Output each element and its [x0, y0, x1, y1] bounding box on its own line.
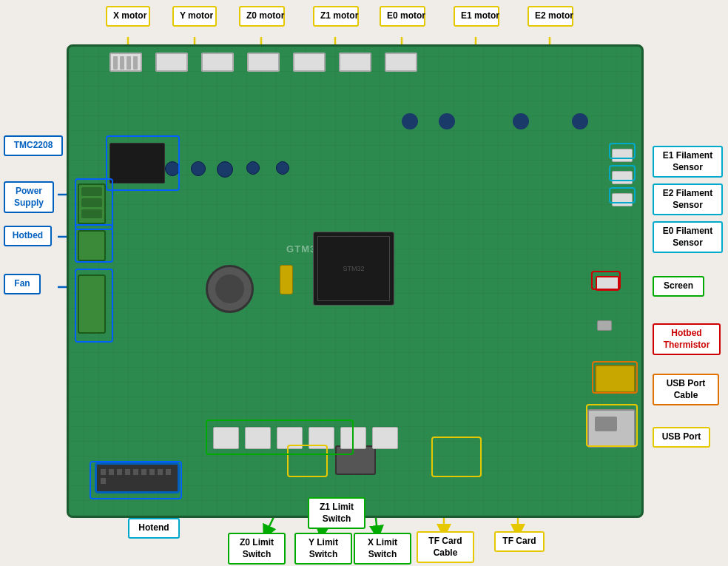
usb-port-cable-label: USB PortCable	[653, 374, 719, 405]
e2-motor-connector	[385, 53, 417, 72]
e2-filament-label: E2 FilamentSensor	[653, 183, 723, 215]
e0-motor-label: E0 motor	[380, 6, 425, 27]
y-motor-connector	[155, 53, 188, 72]
crystal	[280, 265, 293, 294]
pcb-board: GTM32_I03_V1 STM32	[67, 44, 644, 518]
power-supply-label: PowerSupply	[4, 181, 54, 213]
hotend-highlight	[90, 461, 182, 499]
e0-filament-highlight	[609, 187, 636, 203]
capacitor-2	[191, 161, 206, 176]
tf-card-cable-label: TF CardCable	[417, 531, 474, 563]
e1-filament-highlight	[609, 143, 636, 159]
e0-filament-label: E0 FilamentSensor	[653, 221, 723, 253]
capacitor-8	[513, 113, 529, 129]
x-limit-label: X LimitSwitch	[354, 533, 411, 565]
capacitor-7	[439, 113, 455, 129]
inductor	[206, 265, 254, 313]
main-mcu-chip: STM32	[313, 232, 394, 306]
e1-motor-connector	[339, 53, 371, 72]
e0-motor-connector	[293, 53, 326, 72]
z1-motor-label: Z1 motor	[313, 6, 359, 27]
hotend-label: Hotend	[128, 518, 180, 539]
z0-motor-connector	[201, 53, 234, 72]
tf-card-highlight	[431, 437, 482, 477]
capacitor-4	[246, 161, 260, 175]
hotbed-highlight	[75, 224, 113, 263]
screen-highlight	[591, 271, 621, 290]
screen-label: Screen	[653, 276, 704, 297]
hotbed-thermistor-label: HotbedThermistor	[653, 323, 721, 355]
fan-highlight	[75, 269, 113, 343]
e1-motor-label: E1 motor	[454, 6, 499, 27]
z0-motor-label: Z0 motor	[239, 6, 285, 27]
e2-motor-label: E2 motor	[528, 6, 573, 27]
usb-port-highlight	[586, 404, 638, 447]
y-limit-label: Y LimitSwitch	[294, 533, 352, 565]
tf-card-label: TF Card	[494, 531, 545, 552]
hotbed-label: Hotbed	[4, 226, 52, 246]
fan-label: Fan	[4, 274, 41, 294]
z1-limit-label: Z1 LimitSwitch	[308, 497, 365, 529]
z0-limit-label: Z0 LimitSwitch	[228, 533, 286, 565]
x-motor-connector	[109, 53, 142, 72]
z1-motor-connector	[247, 53, 280, 72]
hotbed-thermistor-connector	[597, 320, 612, 331]
capacitor-9	[572, 113, 588, 129]
x-motor-label: X motor	[106, 6, 150, 27]
power-supply-highlight	[75, 178, 113, 230]
tmc2208-label: TMC2208	[4, 135, 63, 156]
limit-switch-highlight	[206, 420, 354, 455]
y-motor-label: Y motor	[172, 6, 217, 27]
usb-cable-highlight	[592, 361, 638, 394]
capacitor-6	[402, 113, 418, 129]
capacitor-5	[276, 161, 289, 175]
capacitor-3	[217, 161, 233, 178]
usb-port-label: USB Port	[653, 427, 710, 448]
e1-filament-label: E1 FilamentSensor	[653, 146, 723, 178]
e2-filament-highlight	[609, 165, 636, 181]
tmc2208-highlight	[106, 135, 180, 191]
